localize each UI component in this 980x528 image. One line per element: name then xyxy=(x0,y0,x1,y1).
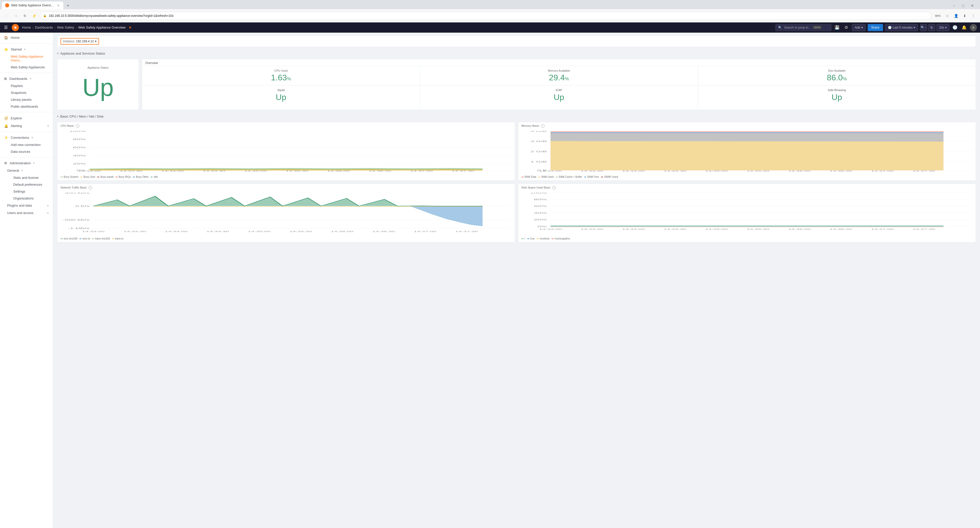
history-button[interactable]: 🕐 xyxy=(951,24,959,31)
section2-toggle-icon: ▾ xyxy=(57,115,59,118)
profile-button[interactable]: 👤 xyxy=(953,12,959,19)
default-preferences-label: Default preferences xyxy=(13,182,42,187)
svg-marker-38 xyxy=(550,133,943,141)
disk-info-icon[interactable]: i xyxy=(552,186,556,190)
minimize-button[interactable]: − xyxy=(950,2,958,9)
metrics-row: CPU Used 1.63% Memory Available 29.4% xyxy=(142,66,976,85)
sidebar-dashboards-header[interactable]: ⊞ Dashboards ▾ xyxy=(0,75,53,82)
refresh-button[interactable]: ↻ xyxy=(928,24,935,31)
sidebar-item-data-sources[interactable]: Data sources xyxy=(0,148,53,155)
sidebar-item-settings[interactable]: Settings xyxy=(0,188,53,195)
breadcrumb-home[interactable]: Home xyxy=(22,25,31,29)
zoom-out-button[interactable]: 🔍− xyxy=(920,24,927,31)
time-range-picker[interactable]: 🕐 Last 5 minutes ▾ xyxy=(885,24,918,31)
sidebar-item-web-safety-appliances[interactable]: Web Safety Appliances xyxy=(0,64,53,71)
breadcrumb-web-safety[interactable]: Web Safety xyxy=(57,25,74,29)
settings-button[interactable]: ⚙ xyxy=(843,24,850,31)
sidebar-item-organizations[interactable]: Organizations xyxy=(0,195,53,202)
explore-icon: 🧭 xyxy=(4,116,8,120)
reload-button[interactable]: ↻ xyxy=(21,12,29,19)
plugins-label: Plugins and data xyxy=(7,203,45,208)
sidebar-item-library-panels[interactable]: Library panels xyxy=(0,96,53,103)
breadcrumb: Home › Dashboards › Web Safety › Web Saf… xyxy=(22,25,772,29)
sidebar-item-users[interactable]: Users and access ▸ xyxy=(0,209,53,217)
menu-button[interactable]: ⋮ xyxy=(970,12,977,19)
sidebar-item-home[interactable]: 🏠 Home xyxy=(0,34,53,41)
net-chart-svg: 500 kb/s 0 b/s -500 kb/s -1 Mb/s xyxy=(60,193,512,233)
sidebar-item-add-connection[interactable]: Add new connection xyxy=(0,141,53,148)
network-chart-panel: Network Traffic Basic i 500 xyxy=(57,184,515,242)
sidebar-general-header[interactable]: General ▾ xyxy=(0,167,53,174)
dashboards-label: Dashboards xyxy=(10,77,27,81)
active-tab[interactable]: Web Safety Appliance Overvie... ✕ xyxy=(2,2,63,9)
share-button[interactable]: Share xyxy=(868,24,883,31)
back-button[interactable]: ← xyxy=(3,12,10,19)
save-dashboard-button[interactable]: 💾 xyxy=(834,24,841,31)
download-button[interactable]: ⬇ xyxy=(961,12,968,19)
sidebar-section-connections: ⚡ Connections ▾ Add new connection Data … xyxy=(0,133,53,156)
new-tab-button[interactable]: + xyxy=(64,2,72,9)
mem-info-icon[interactable]: i xyxy=(541,124,545,128)
dashboards-collapse-icon: ▾ xyxy=(30,77,31,80)
sidebar-item-default-preferences[interactable]: Default preferences xyxy=(0,181,53,188)
sidebar-item-playlists[interactable]: Playlists xyxy=(0,82,53,89)
library-panels-label: Library panels xyxy=(11,98,32,101)
svg-text:14:33:00: 14:33:00 xyxy=(82,231,105,233)
playlists-label: Playlists xyxy=(11,84,23,88)
svg-text:60%: 60% xyxy=(73,146,86,149)
section2-header[interactable]: ▾ Basic CPU / Mem / Net / Disk xyxy=(57,113,976,120)
cpu-info-icon[interactable]: i xyxy=(76,124,80,128)
instance-variable-selector[interactable]: instance 192.168.4.12 ▾ xyxy=(60,38,99,44)
forward-button[interactable]: → xyxy=(12,12,19,19)
sidebar-admin-header[interactable]: ⚙ Administration ▾ xyxy=(0,159,53,167)
bookmark-button[interactable]: ☆ xyxy=(944,12,951,19)
svg-text:40%: 40% xyxy=(73,154,86,157)
favorite-star-icon[interactable]: ★ xyxy=(129,25,132,29)
sidebar-section-admin: ⚙ Administration ▾ General ▾ Stats and l… xyxy=(0,159,53,217)
disk-chart-title: Disk Space Used Basic i xyxy=(518,184,976,190)
svg-text:14:34:00: 14:34:00 xyxy=(622,170,645,172)
tab-close-button[interactable]: ✕ xyxy=(56,3,60,7)
safe-browsing-status: Up xyxy=(702,93,972,102)
browser-toolbar: ← → ↻ ⚡ 🔒 192.168.10.5:3000/d/bdlornycvy… xyxy=(0,9,980,22)
disk-chart-legend: / /run /run/lock xyxy=(518,236,976,242)
svg-text:14:35:30: 14:35:30 xyxy=(286,170,308,172)
net-info-icon[interactable]: i xyxy=(89,186,92,190)
user-avatar[interactable]: A xyxy=(970,24,977,31)
extensions-button[interactable]: ⚡ xyxy=(30,12,38,19)
sidebar-item-stats-license[interactable]: Stats and license xyxy=(0,174,53,181)
breadcrumb-dashboards[interactable]: Dashboards xyxy=(35,25,53,29)
section1-header[interactable]: ▾ Appliaces and Services Status xyxy=(57,50,976,57)
settings-label: Settings xyxy=(13,190,25,193)
sidebar-divider-1 xyxy=(0,43,53,44)
notifications-button[interactable]: 🔔 xyxy=(961,24,968,31)
sidebar-divider-5 xyxy=(0,157,53,157)
add-panel-button[interactable]: Add ▾ xyxy=(852,24,865,31)
sidebar-item-web-safety-overview[interactable]: Web Safety Appliance Overv... xyxy=(0,53,53,64)
sidebar-item-public-dashboards[interactable]: Public dashboards xyxy=(0,103,53,110)
disc-value: 86.0% xyxy=(702,73,972,82)
snapshots-label: Snapshots xyxy=(11,91,26,95)
tab-title: Web Safety Appliance Overvie... xyxy=(11,3,54,7)
sidebar-item-snapshots[interactable]: Snapshots xyxy=(0,89,53,96)
sidebar-item-explore[interactable]: 🧭 Explore xyxy=(0,114,53,122)
sidebar-item-alerting[interactable]: 🔔 Alerting ▾ xyxy=(0,122,53,130)
svg-text:14:35:00: 14:35:00 xyxy=(705,228,728,230)
sidebar-starred-header[interactable]: ⭐ Starred ▾ xyxy=(0,46,53,53)
cpu-chart-area: 100% 80% 60% 40% 20% 0% xyxy=(57,129,515,174)
plugins-expand-icon: ▸ xyxy=(48,204,49,207)
refresh-interval-button[interactable]: 10s ▾ xyxy=(936,24,950,31)
sidebar-connections-header[interactable]: ⚡ Connections ▾ xyxy=(0,134,53,141)
section1-title: Appliaces and Services Status xyxy=(60,52,105,55)
svg-text:14:34:30: 14:34:30 xyxy=(663,228,686,230)
close-window-button[interactable]: ✕ xyxy=(969,2,976,9)
address-bar[interactable]: 🔒 192.168.10.5:3000/d/bdlornycvyuwwd/web… xyxy=(40,12,932,20)
sidebar-section-explore: 🧭 Explore 🔔 Alerting ▾ xyxy=(0,113,53,131)
hamburger-menu-button[interactable]: ☰ xyxy=(3,24,9,31)
search-bar[interactable]: 🔍 Search or jump to... ctrl+k xyxy=(775,24,832,31)
sidebar-item-plugins[interactable]: Plugins and data ▸ xyxy=(0,202,53,209)
svg-text:14:36:00: 14:36:00 xyxy=(788,228,811,230)
maximize-button[interactable]: □ xyxy=(959,2,967,9)
legend-recv-lo: recv lo xyxy=(80,237,90,240)
mem-chart-legend: RAM Total RAM Used RAM Cache + Buffer xyxy=(518,174,976,180)
